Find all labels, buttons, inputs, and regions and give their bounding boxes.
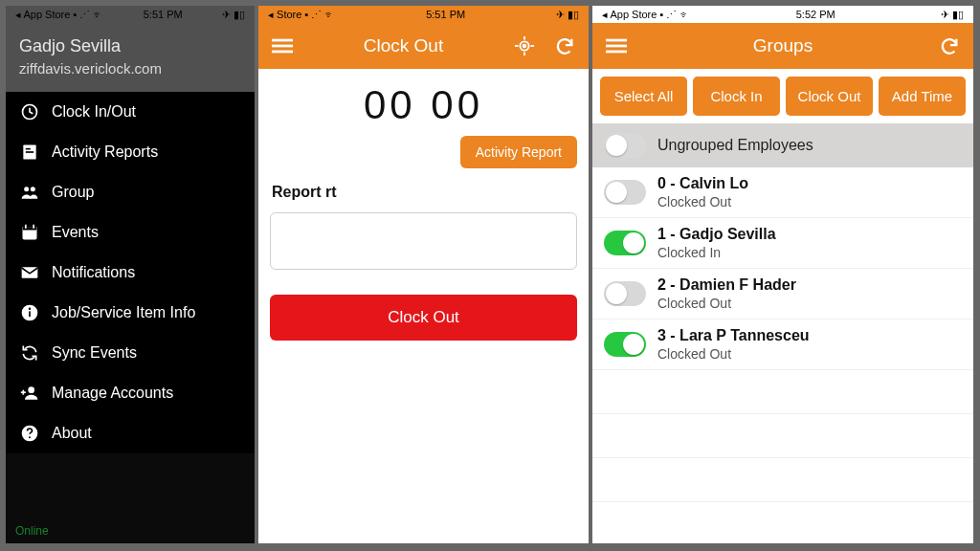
svg-point-15 xyxy=(28,386,34,393)
time-display: 00 00 xyxy=(258,82,589,128)
sidebar-item-label: Group xyxy=(52,184,94,201)
svg-point-5 xyxy=(31,187,35,191)
sidebar-panel: ◂ App Store ▪ ⋰ ᯤ 5:51 PM ✈ ▮▯ Gadjo Sev… xyxy=(6,6,255,543)
empty-row xyxy=(592,414,973,458)
info-icon xyxy=(19,302,40,323)
employee-text: 2 - Damien F Hader Clocked Out xyxy=(657,276,796,311)
sidebar-item-label: Events xyxy=(52,224,99,241)
sync-icon xyxy=(19,342,40,364)
refresh-icon[interactable] xyxy=(937,33,962,58)
sidebar-item-label: Clock In/Out xyxy=(52,103,136,121)
sidebar-item-group[interactable]: Group xyxy=(6,172,255,212)
svg-rect-3 xyxy=(26,151,33,153)
refresh-icon[interactable] xyxy=(552,33,577,58)
screen-title: Clock Out xyxy=(364,35,443,56)
svg-rect-21 xyxy=(272,45,293,48)
menu-icon[interactable] xyxy=(270,33,295,58)
employee-name: 1 - Gadjo Sevilla xyxy=(657,226,776,243)
action-clock-out-button[interactable]: Clock Out xyxy=(786,77,873,116)
clock-icon xyxy=(19,101,40,122)
action-clock-in-button[interactable]: Clock In xyxy=(693,77,780,116)
employee-text: 0 - Calvin Lo Clocked Out xyxy=(657,175,748,209)
report-input[interactable] xyxy=(270,212,577,270)
employee-toggle[interactable] xyxy=(604,281,646,306)
group-actions-bar: Select AllClock InClock OutAdd Time xyxy=(592,69,973,123)
activity-report-button[interactable]: Activity Report xyxy=(460,136,577,168)
employee-toggle[interactable] xyxy=(604,180,646,205)
employee-status: Clocked Out xyxy=(657,296,796,311)
status-left: ◂ Store ▪ ⋰ ᯤ xyxy=(268,9,335,21)
employee-row[interactable]: 0 - Calvin Lo Clocked Out xyxy=(592,167,973,218)
svg-rect-20 xyxy=(272,39,293,42)
action-add-time-button[interactable]: Add Time xyxy=(879,77,966,116)
employee-list: 0 - Calvin Lo Clocked Out 1 - Gadjo Sevi… xyxy=(592,167,973,370)
group-toggle[interactable] xyxy=(604,133,646,158)
status-right: ✈ ▮▯ xyxy=(222,9,245,21)
empty-row xyxy=(592,458,973,502)
status-bar: ◂ Store ▪ ⋰ ᯤ 5:51 PM ✈ ▮▯ xyxy=(258,6,589,23)
report-section-label: Report rt xyxy=(258,178,589,207)
svg-rect-2 xyxy=(26,148,31,150)
employee-name: 2 - Damien F Hader xyxy=(657,276,796,294)
sidebar-item-label: Notifications xyxy=(52,264,135,281)
svg-rect-29 xyxy=(606,39,627,42)
employee-row[interactable]: 3 - Lara P Tannesceu Clocked Out xyxy=(592,320,973,370)
svg-rect-22 xyxy=(272,51,293,54)
status-bar: ◂ App Store ▪ ⋰ ᯤ 5:52 PM ✈ ▮▯ xyxy=(592,6,973,23)
clock-out-panel: ◂ Store ▪ ⋰ ᯤ 5:51 PM ✈ ▮▯ Clock Out 00 … xyxy=(258,6,589,543)
employee-status: Clocked Out xyxy=(657,346,810,362)
sidebar-item-label: Job/Service Item Info xyxy=(52,304,195,321)
report-icon xyxy=(19,142,40,163)
status-bar: ◂ App Store ▪ ⋰ ᯤ 5:51 PM ✈ ▮▯ xyxy=(6,6,255,23)
svg-point-14 xyxy=(29,308,32,311)
sidebar-item-events[interactable]: Events xyxy=(6,212,255,253)
status-left: ◂ App Store ▪ ⋰ ᯤ xyxy=(602,9,690,21)
groups-panel: ◂ App Store ▪ ⋰ ᯤ 5:52 PM ✈ ▮▯ Groups Se… xyxy=(592,6,973,543)
status-left: ◂ App Store ▪ ⋰ ᯤ xyxy=(15,9,103,21)
employee-text: 1 - Gadjo Sevilla Clocked In xyxy=(657,226,776,260)
employee-status: Clocked Out xyxy=(657,194,748,209)
calendar-icon xyxy=(19,222,40,243)
sidebar-item-clock-in-out[interactable]: Clock In/Out xyxy=(6,92,255,132)
user-name: Gadjo Sevilla xyxy=(19,36,241,56)
employee-row[interactable]: 2 - Damien F Hader Clocked Out xyxy=(592,269,973,320)
sidebar-menu: Clock In/Out Activity Reports Group Even… xyxy=(6,92,255,453)
sidebar-item-notifications[interactable]: Notifications xyxy=(6,253,255,293)
svg-point-19 xyxy=(29,436,31,438)
question-icon xyxy=(19,423,40,444)
group-header-row[interactable]: Ungrouped Employees xyxy=(592,123,973,167)
employee-row[interactable]: 1 - Gadjo Sevilla Clocked In xyxy=(592,218,973,269)
screen-title: Groups xyxy=(753,35,813,56)
sidebar-item-label: Sync Events xyxy=(52,344,137,362)
employee-toggle[interactable] xyxy=(604,332,646,357)
sidebar-item-manage-accounts[interactable]: Manage Accounts xyxy=(6,373,255,413)
svg-rect-8 xyxy=(23,227,37,230)
status-time: 5:51 PM xyxy=(426,9,465,20)
sidebar-item-sync-events[interactable]: Sync Events xyxy=(6,333,255,373)
target-icon[interactable] xyxy=(512,33,537,58)
svg-point-4 xyxy=(24,187,29,191)
sidebar-item-job-service-item-info[interactable]: Job/Service Item Info xyxy=(6,293,255,333)
svg-point-24 xyxy=(523,45,526,48)
manage-icon xyxy=(19,383,40,404)
profile-box: Gadjo Sevilla ziffdavis.vericlock.com xyxy=(6,23,255,92)
sidebar-item-label: Activity Reports xyxy=(52,143,158,161)
clock-out-button[interactable]: Clock Out xyxy=(270,295,577,341)
sidebar-item-label: Manage Accounts xyxy=(52,385,173,402)
app-bar: Groups xyxy=(592,23,973,69)
sidebar-item-activity-reports[interactable]: Activity Reports xyxy=(6,132,255,172)
status-time: 5:52 PM xyxy=(796,9,835,20)
group-header-label: Ungrouped Employees xyxy=(657,137,813,154)
action-select-all-button[interactable]: Select All xyxy=(600,77,687,116)
svg-rect-31 xyxy=(606,51,627,54)
group-icon xyxy=(19,182,40,203)
envelope-icon xyxy=(19,262,40,283)
menu-icon[interactable] xyxy=(604,33,629,58)
employee-toggle[interactable] xyxy=(604,231,646,255)
svg-rect-13 xyxy=(29,311,31,317)
app-bar: Clock Out xyxy=(258,23,589,69)
svg-rect-30 xyxy=(606,45,627,48)
sidebar-item-about[interactable]: About xyxy=(6,413,255,453)
status-right: ✈ ▮▯ xyxy=(556,9,579,21)
employee-status: Clocked In xyxy=(657,245,776,260)
